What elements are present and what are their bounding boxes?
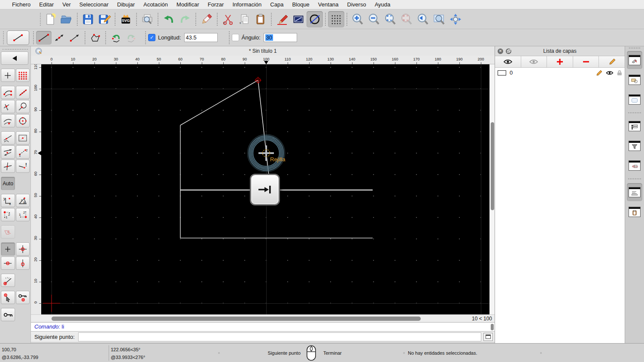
snap-distance-button[interactable] <box>1 114 15 127</box>
add-layer-button[interactable] <box>547 56 573 67</box>
lock-button[interactable] <box>1 308 15 321</box>
vertical-scrollbar[interactable] <box>489 64 495 314</box>
layer-color-swatch[interactable] <box>498 70 506 75</box>
angle-input[interactable]: 30 <box>264 33 297 42</box>
current-tool-button[interactable] <box>7 30 29 45</box>
coordinate-polar-button[interactable]: ra <box>16 194 30 207</box>
snap-middle-button[interactable] <box>16 100 30 113</box>
entity-attributes-button[interactable] <box>307 11 323 27</box>
length-input[interactable] <box>184 33 218 42</box>
snap-sequential-button[interactable]: 12 <box>16 145 30 159</box>
detach-command-button[interactable] <box>483 333 493 341</box>
undo-segment-button[interactable] <box>108 31 124 45</box>
angle-checkbox[interactable] <box>232 34 239 41</box>
dock-toggle-clipboard[interactable] <box>627 203 642 221</box>
menu-item[interactable]: Bloque <box>288 1 313 8</box>
copy-button[interactable]: + <box>236 11 252 27</box>
restrict-orthogonal-button[interactable] <box>1 160 15 173</box>
layer-edit-button[interactable] <box>596 70 602 75</box>
menu-item[interactable]: Información <box>228 1 266 8</box>
zoom-out-button[interactable] <box>366 11 382 27</box>
snap-back-button[interactable] <box>1 51 28 65</box>
restrict-nothing-button[interactable]: ! <box>16 160 30 173</box>
menu-item[interactable]: Modificar <box>172 1 204 8</box>
paste-button[interactable] <box>252 11 269 27</box>
snap-free-button[interactable] <box>1 69 15 82</box>
undo-button[interactable] <box>161 11 177 27</box>
corner-first-button[interactable]: 12 <box>1 208 15 221</box>
menu-item[interactable]: Diverso <box>343 1 371 8</box>
document-titlebar[interactable]: * Sin título 1 <box>31 46 495 56</box>
line-attributes-button[interactable] <box>290 11 307 27</box>
corner-second-button[interactable]: 12 <box>16 208 30 221</box>
set-relative-zero-button[interactable] <box>16 242 30 256</box>
dock-toggle-command-line[interactable] <box>627 183 642 201</box>
zoom-in-button[interactable] <box>349 11 366 27</box>
restrict-horizontal-button[interactable] <box>1 256 15 270</box>
show-all-layers-button[interactable] <box>495 56 521 67</box>
line-segment-button[interactable] <box>36 31 52 45</box>
drawing-canvas[interactable]: Rejilla <box>41 64 489 314</box>
dock-toggle-layer-list[interactable] <box>627 51 642 69</box>
line-ray-button[interactable] <box>67 31 82 45</box>
zoom-auto-button[interactable] <box>382 11 398 27</box>
delete-button[interactable] <box>198 11 215 27</box>
grid-toggle-button[interactable] <box>328 11 344 27</box>
redo-segment-button[interactable] <box>124 31 139 45</box>
pen-edit-button[interactable] <box>274 11 290 27</box>
redo-button[interactable] <box>177 11 193 27</box>
menu-item[interactable]: Ayuda <box>371 1 395 8</box>
horizontal-scrollbar[interactable] <box>31 315 460 323</box>
menu-item[interactable]: Capa <box>266 1 288 8</box>
length-checkbox[interactable]: ✓ <box>148 34 155 41</box>
relative-zero-free-button[interactable] <box>1 242 15 256</box>
command-scrollbar[interactable] <box>491 324 494 330</box>
snap-intersection-button[interactable] <box>1 100 15 113</box>
restrict-box-button[interactable] <box>16 131 30 145</box>
layer-row[interactable]: 0 <box>495 68 625 78</box>
zoom-previous-button[interactable] <box>415 11 431 27</box>
zoom-selected-button[interactable] <box>398 11 415 27</box>
snap-auto-button[interactable]: Auto <box>1 177 15 190</box>
menu-item[interactable]: Ventana <box>314 1 343 8</box>
float-panel-button[interactable] <box>506 48 511 54</box>
save-as-button[interactable] <box>96 11 112 27</box>
menu-item[interactable]: Fichero <box>8 1 35 8</box>
menu-item[interactable]: Ver <box>58 1 75 8</box>
restrict-vertical-button[interactable] <box>16 256 30 270</box>
edit-layer-button[interactable] <box>599 56 625 67</box>
command-input[interactable] <box>78 332 481 341</box>
polyline-close-button[interactable] <box>88 31 103 45</box>
dock-toggle-filter[interactable] <box>627 137 642 155</box>
snap-on-entity-button[interactable] <box>16 86 30 99</box>
snap-center-button[interactable] <box>16 114 30 127</box>
menu-item[interactable]: Acotación <box>139 1 172 8</box>
svg-export-button[interactable]: SVG <box>118 11 134 27</box>
snap-auto-intersection-button[interactable] <box>1 145 15 159</box>
remove-layer-button[interactable] <box>573 56 599 67</box>
save-button[interactable] <box>80 11 96 27</box>
h-scroll-thumb[interactable] <box>52 317 421 321</box>
v-scroll-thumb[interactable] <box>491 122 494 210</box>
print-preview-button[interactable] <box>139 11 155 27</box>
new-document-button[interactable] <box>42 11 58 27</box>
line-both-directions-button[interactable] <box>52 31 67 45</box>
pick-relative-zero-button[interactable] <box>1 291 15 304</box>
snap-grid-button[interactable] <box>16 69 30 82</box>
dock-toggle-block-list[interactable] <box>627 71 642 89</box>
lock-relative-zero-button[interactable] <box>16 291 30 304</box>
snap-nearest-button[interactable] <box>1 131 15 145</box>
snap-endpoints-button[interactable] <box>1 86 15 99</box>
dock-toggle-notifications[interactable]: cmd <box>627 157 642 175</box>
menu-item[interactable]: Seleccionar <box>75 1 113 8</box>
open-file-button[interactable] <box>58 11 75 27</box>
cut-button[interactable]: + <box>220 11 236 27</box>
close-panel-button[interactable]: ✕ <box>498 48 503 54</box>
zoom-window-button[interactable] <box>431 11 447 27</box>
layer-visibility-button[interactable] <box>606 70 614 75</box>
angle-gauge-button[interactable] <box>1 274 15 287</box>
dock-toggle-library[interactable] <box>627 90 642 109</box>
menu-item[interactable]: Dibujar <box>113 1 139 8</box>
menu-item[interactable]: Editar <box>35 1 58 8</box>
zoom-pan-button[interactable] <box>447 11 464 27</box>
